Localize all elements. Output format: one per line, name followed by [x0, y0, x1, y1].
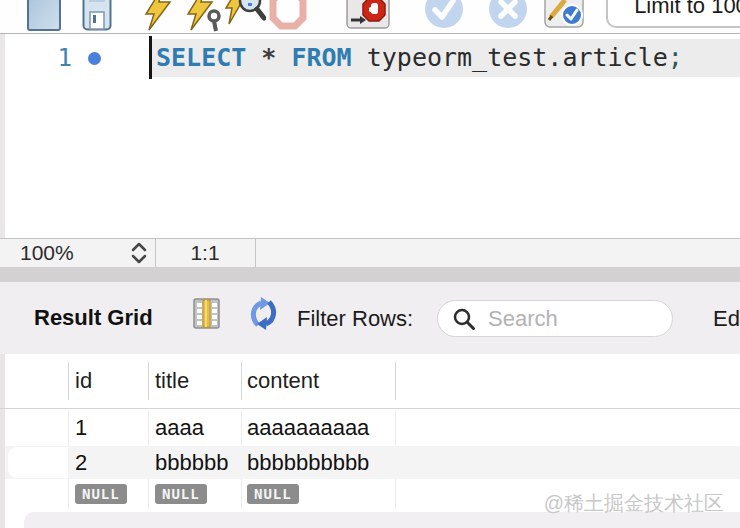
- sql-table-identifier: typeorm_test.article: [352, 43, 668, 72]
- edit-label-clipped: Ed: [713, 306, 740, 332]
- execute-script-icon[interactable]: [142, 0, 174, 34]
- watermark-text: @稀土掘金技术社区: [544, 490, 724, 517]
- sql-star-operator: *: [246, 43, 291, 72]
- sql-editor[interactable]: 1 SELECT * FROM typeorm_test.article;: [0, 34, 740, 238]
- null-badge: NULL: [247, 484, 299, 504]
- cell-content[interactable]: aaaaaaaaaa: [247, 410, 369, 445]
- explain-plan-icon[interactable]: [224, 0, 266, 34]
- result-grid-title: Result Grid: [34, 305, 153, 331]
- column-header-content[interactable]: content: [247, 368, 319, 394]
- row-gutter-marker[interactable]: [8, 447, 68, 478]
- stop-on-error-icon[interactable]: [346, 0, 390, 34]
- save-icon[interactable]: [82, 0, 112, 34]
- mysql-workbench-query-window: Limit to 100 1 SELECT * FROM typeorm_tes…: [0, 0, 740, 528]
- column-header-id[interactable]: id: [75, 368, 92, 394]
- line-number: 1: [40, 39, 72, 77]
- filter-search-box[interactable]: [437, 300, 673, 337]
- table-row-1[interactable]: 1 aaaa aaaaaaaaaa: [5, 410, 740, 445]
- commit-icon[interactable]: [424, 0, 464, 34]
- caret-position-value: 1:1: [155, 239, 255, 267]
- column-divider[interactable]: [241, 362, 242, 400]
- column-divider[interactable]: [68, 362, 69, 400]
- zoom-stepper[interactable]: [130, 240, 148, 270]
- stop-query-icon[interactable]: [268, 0, 308, 34]
- zoom-level-value: 100%: [20, 239, 74, 267]
- sql-code-line[interactable]: SELECT * FROM typeorm_test.article;: [152, 39, 740, 77]
- refresh-icon[interactable]: [248, 297, 279, 334]
- column-divider[interactable]: [395, 362, 396, 400]
- result-grid-toolbar: Result Grid Filter Rows:: [0, 282, 740, 354]
- query-toolbar: Limit to 100: [0, 0, 740, 34]
- sql-keyword-select: SELECT: [156, 43, 246, 72]
- editor-statusbar: 100% 1:1: [0, 238, 740, 268]
- column-divider[interactable]: [148, 362, 149, 400]
- table-row-2[interactable]: 2 bbbbbb bbbbbbbbbb: [5, 446, 740, 479]
- header-bottom-border: [0, 408, 740, 409]
- statusbar-divider: [255, 239, 256, 267]
- cell-id[interactable]: 1: [75, 410, 87, 445]
- cell-id[interactable]: 2: [75, 446, 87, 479]
- null-badge: NULL: [155, 484, 207, 504]
- sql-keyword-from: FROM: [291, 43, 351, 72]
- result-grid-table: id title content 1 aaaa aaaaaaaaaa 2 bbb…: [0, 354, 740, 528]
- sql-semicolon: ;: [668, 43, 683, 72]
- limit-rows-dropdown[interactable]: Limit to 100: [606, 0, 740, 28]
- toggle-autocommit-icon[interactable]: [544, 0, 586, 34]
- execute-statement-icon[interactable]: [186, 0, 224, 34]
- cell-content[interactable]: bbbbbbbbbb: [247, 446, 369, 479]
- cell-title[interactable]: bbbbbb: [155, 446, 228, 479]
- filter-rows-label: Filter Rows:: [297, 306, 413, 332]
- text-caret: [149, 36, 152, 79]
- search-input[interactable]: [486, 304, 660, 334]
- editor-line-1[interactable]: 1 SELECT * FROM typeorm_test.article;: [0, 39, 740, 77]
- column-header-title[interactable]: title: [155, 368, 189, 394]
- new-file-icon[interactable]: [26, 0, 62, 34]
- null-badge: NULL: [75, 484, 127, 504]
- cell-title[interactable]: aaaa: [155, 410, 204, 445]
- grid-columns-icon[interactable]: [193, 298, 220, 333]
- statement-marker-dot-icon: [88, 52, 101, 65]
- panel-splitter-handle[interactable]: [0, 267, 740, 282]
- rollback-icon[interactable]: [488, 0, 528, 34]
- search-icon: [453, 308, 476, 335]
